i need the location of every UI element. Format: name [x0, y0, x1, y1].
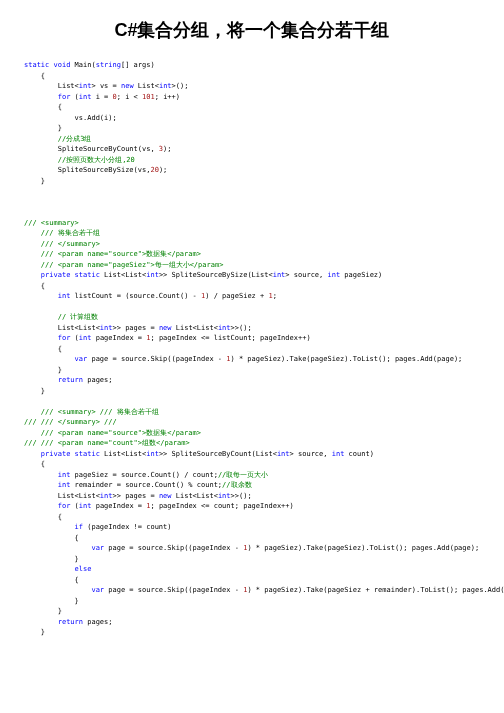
code-block: static void Main(string[] args) { List<i… — [24, 60, 480, 638]
page-title: C#集合分组，将一个集合分若干组 — [24, 18, 480, 42]
